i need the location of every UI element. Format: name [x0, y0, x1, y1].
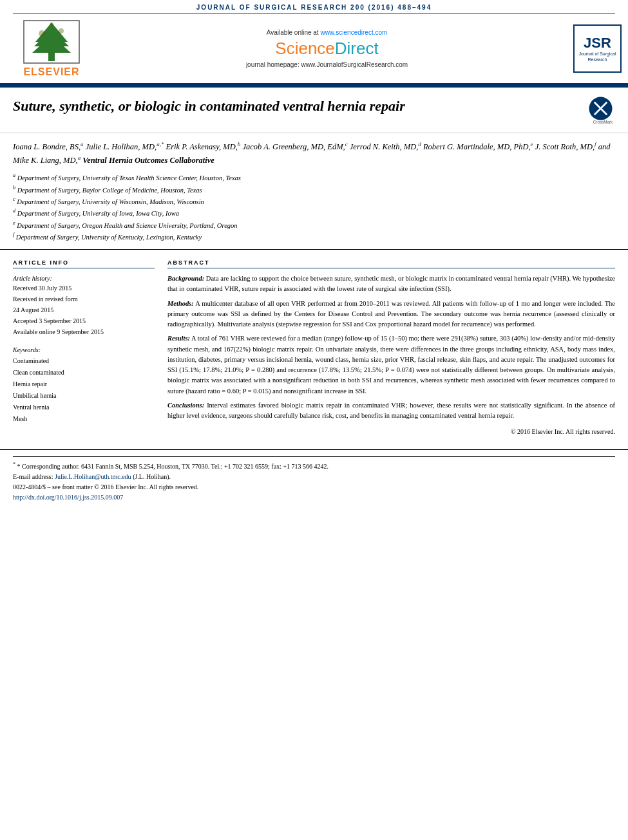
elsevier-tree-icon [23, 19, 81, 64]
available-online-text: Available online at www.sciencedirect.co… [267, 29, 388, 36]
keywords-section: Keywords: Contaminated Clean contaminate… [13, 346, 155, 425]
authors-line: Ioana L. Bondre, BS,a Julie L. Holihan, … [13, 140, 615, 167]
svg-text:CrossMark: CrossMark [593, 120, 613, 124]
svg-point-6 [50, 23, 53, 26]
elsevier-logo-section: ELSEVIER [6, 19, 97, 78]
accepted-date: Accepted 3 September 2015 [13, 316, 155, 326]
sciencedirect-url[interactable]: www.sciencedirect.com [320, 29, 387, 36]
affiliation-f: f Department of Surgery, University of K… [13, 231, 615, 243]
article-title-section: Suture, synthetic, or biologic in contam… [0, 88, 628, 133]
keyword-contaminated: Contaminated [13, 355, 155, 367]
abstract-column: Abstract Background: Data are lacking to… [167, 259, 615, 436]
keyword-ventral-hernia: Ventral hernia [13, 402, 155, 413]
crossmark-badge: CrossMark [586, 97, 615, 126]
corresponding-author-line: * * Corresponding author. 6431 Fannin St… [13, 461, 615, 472]
footer-text: * * Corresponding author. 6431 Fannin St… [13, 461, 615, 503]
footer-divider [13, 456, 615, 457]
elsevier-text: ELSEVIER [23, 66, 79, 78]
results-text: A total of 761 VHR were reviewed for a m… [167, 335, 615, 394]
top-header: Journal of Surgical Research 200 (2016) … [0, 0, 628, 84]
footer-section: * * Corresponding author. 6431 Fannin St… [0, 449, 628, 509]
methods-label: Methods: [167, 300, 194, 307]
background-label: Background: [167, 275, 204, 282]
affiliation-b: b Department of Surgery, Baylor College … [13, 184, 615, 196]
email-line: E-mail address: Julie.L.Holihan@uth.tmc.… [13, 472, 615, 482]
jsr-badge: JSR Journal of Surgical Research [573, 24, 622, 73]
conclusions-label: Conclusions: [167, 402, 204, 409]
affiliation-a: a Department of Surgery, University of T… [13, 172, 615, 183]
abstract-label: Abstract [167, 259, 615, 268]
received-date: Received 30 July 2015 [13, 283, 155, 293]
issn-line: 0022-4804/$ – see front matter © 2016 El… [13, 482, 615, 492]
crossmark-icon: CrossMark [586, 94, 615, 129]
sciencedirect-logo: ScienceDirect [275, 39, 378, 59]
keyword-mesh: Mesh [13, 413, 155, 425]
abstract-conclusions: Conclusions: Interval estimates favored … [167, 400, 615, 422]
methods-text: A multicenter database of all open VHR p… [167, 300, 615, 328]
svg-rect-0 [48, 51, 55, 61]
corresponding-address: 6431 Fannin St, MSB 5.254, Houston, TX 7… [81, 463, 328, 470]
journal-title: Journal of Surgical Research 200 (2016) … [196, 4, 432, 11]
journal-homepage-text: journal homepage: www.JournalofSurgicalR… [246, 61, 408, 68]
affiliation-e: e Department of Surgery, Oregon Health a… [13, 219, 615, 231]
email-link[interactable]: Julie.L.Holihan@uth.tmc.edu [55, 473, 131, 480]
main-content: Article Info Article history: Received 3… [0, 250, 628, 446]
corresponding-label: * Corresponding author. [17, 463, 80, 470]
affiliation-d: d Department of Surgery, University of I… [13, 207, 615, 219]
keyword-clean-contaminated: Clean contaminated [13, 367, 155, 378]
revised-label: Received in revised form [13, 294, 155, 304]
jsr-text: JSR [584, 35, 611, 51]
header-row: ELSEVIER Available online at www.science… [0, 14, 628, 83]
available-online-date: Available online 9 September 2015 [13, 327, 155, 337]
abstract-results: Results: A total of 761 VHR were reviewe… [167, 333, 615, 397]
affiliation-c: c Department of Surgery, University of W… [13, 196, 615, 207]
doi-link[interactable]: http://dx.doi.org/10.1016/j.jss.2015.09.… [13, 494, 123, 501]
issn-text: 0022-4804/$ [13, 483, 46, 490]
article-title: Suture, synthetic, or biologic in contam… [13, 97, 405, 116]
results-label: Results: [167, 335, 190, 342]
svg-point-4 [39, 30, 45, 37]
jsr-subtitle: Journal of Surgical Research [575, 51, 620, 62]
issn-note: – see front matter © 2016 Elsevier Inc. … [48, 483, 199, 490]
email-note: (J.L. Holihan). [133, 473, 171, 480]
background-text: Data are lacking to support the choice b… [167, 275, 615, 292]
email-label: E-mail address: [13, 473, 53, 480]
affiliations: a Department of Surgery, University of T… [13, 172, 615, 243]
article-info-column: Article Info Article history: Received 3… [13, 259, 155, 436]
history-label: Article history: [13, 274, 155, 283]
keywords-label: Keywords: [13, 346, 155, 353]
revised-date: 24 August 2015 [13, 305, 155, 315]
authors-section: Ioana L. Bondre, BS,a Julie L. Holihan, … [0, 133, 628, 250]
header-center: Available online at www.sciencedirect.co… [97, 29, 557, 68]
abstract-text: Background: Data are lacking to support … [167, 274, 615, 436]
article-history-block: Article history: Received 30 July 2015 R… [13, 274, 155, 337]
copyright-line: © 2016 Elsevier Inc. All rights reserved… [167, 427, 615, 437]
abstract-methods: Methods: A multicenter database of all o… [167, 299, 615, 330]
jsr-badge-section: JSR Journal of Surgical Research [557, 24, 622, 73]
keyword-umbilical-hernia: Umbilical hernia [13, 390, 155, 402]
doi-line: http://dx.doi.org/10.1016/j.jss.2015.09.… [13, 492, 615, 503]
svg-point-5 [59, 28, 64, 33]
article-info-label: Article Info [13, 259, 155, 268]
abstract-background: Background: Data are lacking to support … [167, 274, 615, 295]
keywords-list: Contaminated Clean contaminated Hernia r… [13, 355, 155, 425]
keyword-hernia-repair: Hernia repair [13, 378, 155, 390]
conclusions-text: Interval estimates favored biologic matr… [167, 402, 615, 419]
journal-title-bar: Journal of Surgical Research 200 (2016) … [13, 4, 615, 14]
